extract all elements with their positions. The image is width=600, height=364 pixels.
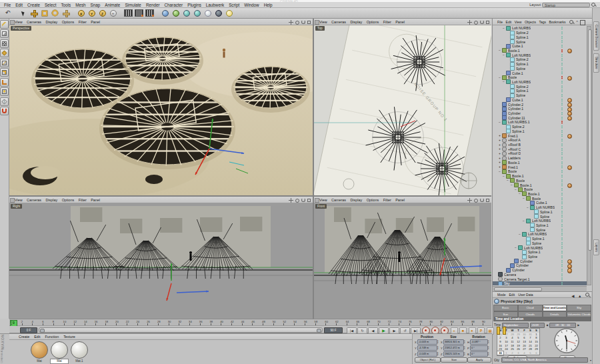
menu-script[interactable]: Script	[229, 3, 239, 7]
visibility-toggle-icon[interactable]	[561, 152, 563, 153]
panel-menu-icon[interactable]	[315, 20, 319, 25]
visibility-toggle-icon[interactable]	[561, 175, 563, 176]
search-icon[interactable]	[591, 3, 596, 7]
tree-item-loft-nurbs[interactable]: −Loft NURBS	[493, 219, 587, 223]
edges-mode-icon[interactable]	[0, 59, 9, 67]
attribute-tab-sky[interactable]: Sky	[567, 305, 591, 311]
expander-icon[interactable]: −	[502, 53, 505, 57]
menu-simulate[interactable]: Simulate	[125, 3, 141, 7]
tree-item-cube-1[interactable]: Cube.1	[493, 44, 587, 49]
expander-icon[interactable]: −	[526, 206, 529, 209]
expander-icon[interactable]: −	[498, 170, 501, 173]
tree-item-spline-2[interactable]: Spline.2	[493, 84, 587, 89]
orbit-icon[interactable]	[479, 198, 484, 203]
menu-display[interactable]: Display	[350, 198, 362, 202]
panel-menu-icon[interactable]	[10, 20, 15, 25]
time-prev-arrow[interactable]: ◀	[546, 323, 548, 327]
tree-item-cylinder[interactable]: Cylinder	[493, 268, 587, 273]
expander-icon[interactable]: −	[502, 175, 505, 178]
tree-item-boole-1[interactable]: +Boole.1	[493, 161, 587, 165]
menu-cameras[interactable]: Cameras	[27, 20, 41, 24]
menu-snap[interactable]: Snap	[91, 3, 101, 7]
city-dropdown-arrow[interactable]: ▾	[590, 359, 591, 362]
expander-icon[interactable]: −	[498, 76, 501, 79]
tree-item-spline-1[interactable]: Spline.1	[493, 223, 587, 228]
menu-edit[interactable]: Edit	[34, 335, 40, 339]
expander-icon[interactable]: −	[518, 233, 521, 236]
visibility-toggle-icon[interactable]	[561, 36, 563, 37]
visibility-toggle-icon[interactable]	[561, 85, 563, 87]
tree-item-camera[interactable]: Camera	[493, 273, 587, 277]
attribute-tab-time-and-location[interactable]: Time and Location	[543, 305, 567, 311]
tree-item-cylinder-1[interactable]: Cylinder.1	[493, 107, 587, 111]
month-dropdown[interactable]: September	[502, 323, 529, 328]
menu-view[interactable]: View	[515, 20, 522, 24]
timeline-marker-bar[interactable]	[503, 327, 506, 335]
timeline-marker-bar[interactable]	[497, 327, 500, 335]
zoom-icon[interactable]	[295, 198, 299, 203]
add-light-icon[interactable]	[224, 9, 234, 17]
calendar-day[interactable]: 4	[521, 351, 527, 355]
visibility-toggle-icon[interactable]	[561, 193, 563, 194]
expander-icon[interactable]: −	[514, 188, 517, 191]
tree-item-spline[interactable]: Spline	[493, 39, 587, 44]
menu-panel[interactable]: Panel	[91, 198, 100, 202]
current-frame-field[interactable]: 0 F	[20, 327, 37, 333]
viewport-perspective-canvas[interactable]	[9, 25, 313, 195]
coords-mode-dropdown[interactable]: Object (Rel.)	[415, 357, 441, 363]
menu-create[interactable]: Create	[19, 335, 29, 339]
coord-field-rotation-b[interactable]: 0 °	[470, 351, 488, 357]
coord-field-position-y[interactable]: -4.749 m	[417, 345, 437, 351]
coord-field-rotation-p[interactable]: 0 °	[470, 345, 488, 351]
visibility-toggle-icon[interactable]	[561, 251, 563, 252]
expander-icon[interactable]: −	[518, 192, 521, 195]
visibility-toggle-icon[interactable]	[561, 201, 563, 203]
visibility-toggle-icon[interactable]	[561, 246, 563, 247]
visibility-toggle-icon[interactable]	[561, 206, 563, 207]
object-axis-mode-icon[interactable]	[0, 78, 9, 87]
menu-panel[interactable]: Panel	[91, 20, 100, 24]
tree-item--roof-d[interactable]: ++Roof D	[493, 151, 587, 156]
visibility-toggle-icon[interactable]	[561, 40, 563, 41]
texture-mode-icon[interactable]	[0, 39, 9, 48]
visibility-toggle-icon[interactable]	[561, 233, 563, 234]
tree-item--roof-b[interactable]: ++Roof B	[493, 143, 587, 147]
move-tool-icon[interactable]	[29, 9, 39, 17]
visibility-toggle-icon[interactable]	[561, 211, 563, 212]
tree-item-spline[interactable]: Spline	[493, 214, 587, 219]
tree-item--roof-c[interactable]: ++Roof C	[493, 147, 587, 151]
menu-plugins[interactable]: Plugins	[187, 3, 201, 7]
expander-icon[interactable]: −	[522, 219, 525, 223]
coord-field-size-z[interactable]: 18425.143 m	[443, 351, 464, 357]
expander-icon[interactable]: −	[514, 246, 517, 249]
tree-item-cylinder[interactable]: Cylinder	[493, 263, 587, 268]
expander-icon[interactable]: +	[498, 157, 501, 160]
menu-tags[interactable]: Tags	[539, 20, 546, 24]
visibility-toggle-icon[interactable]	[561, 277, 563, 279]
tree-item-loft-nurbs[interactable]: −Loft NURBS	[493, 232, 587, 237]
menu-function[interactable]: Function	[45, 335, 59, 339]
menu-cameras[interactable]: Cameras	[331, 20, 346, 24]
menu-objects[interactable]: Objects	[525, 20, 536, 24]
expander-icon[interactable]: −	[510, 183, 513, 187]
visibility-toggle-icon[interactable]	[561, 89, 563, 91]
tab-layers[interactable]: Layers	[593, 239, 599, 255]
menu-view[interactable]: View	[15, 198, 23, 202]
visibility-toggle-icon[interactable]	[561, 58, 563, 59]
tree-item-boole[interactable]: −Boole	[493, 196, 587, 201]
coord-field-size-y[interactable]: 21812.472 m	[443, 345, 464, 351]
attribute-tab-basic[interactable]: Basic	[493, 305, 518, 311]
visibility-toggle-icon[interactable]	[561, 197, 563, 199]
city-dropdown[interactable]: Denver, CO, USA, North America	[501, 357, 588, 363]
calendar-day[interactable]: 1	[503, 351, 509, 355]
maximize-icon[interactable]	[307, 20, 311, 25]
visibility-toggle-icon[interactable]	[561, 170, 563, 171]
calendar-day[interactable]: 6	[533, 351, 540, 355]
visibility-toggle-icon[interactable]	[561, 269, 563, 270]
calendar-day[interactable]: 3	[515, 351, 521, 355]
visibility-toggle-icon[interactable]	[561, 157, 563, 158]
add-primitive-icon[interactable]	[160, 9, 170, 17]
visibility-toggle-icon[interactable]	[561, 215, 563, 216]
rotate-tool-icon[interactable]	[50, 9, 60, 17]
menu-display[interactable]: Display	[45, 198, 57, 202]
